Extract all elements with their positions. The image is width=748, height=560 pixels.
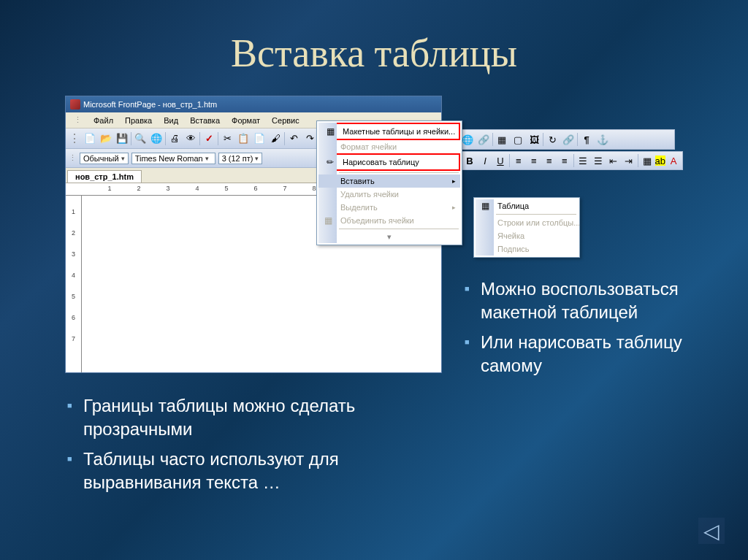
back-arrow-icon: ◁ [703,519,720,543]
outdent-icon[interactable]: ⇤ [606,153,621,169]
italic-icon[interactable]: I [478,153,492,169]
align-center-icon[interactable]: ≡ [527,153,541,169]
submenu-arrow-icon: ▸ [452,177,456,185]
submenu-arrow-icon: ▸ [452,204,456,211]
menu-tools[interactable]: Сервис [267,115,305,126]
font-color-icon[interactable]: A [666,153,681,169]
open-icon[interactable]: 📂 [98,131,114,147]
pencil-icon: ✏ [324,157,336,169]
new-icon[interactable]: 📄 [82,131,98,147]
format-toolbar-extension: B I U ≡ ≡ ≡ ≡ ☰ ☰ ⇤ ⇥ ▦ ab A [460,151,683,170]
menu-view[interactable]: Вид [159,115,183,126]
menu-insert[interactable]: Вставить ▸ [318,174,460,188]
highlight-icon[interactable]: ab [655,156,666,166]
anchor-icon[interactable]: ⚓ [595,131,611,147]
align-left-icon[interactable]: ≡ [511,153,526,169]
bullet-item: Можно воспользоваться макетной таблицей [465,277,720,325]
submenu-cell: Ячейка [476,229,578,242]
spell-icon[interactable]: ✓ [201,131,217,147]
menu-insert[interactable]: Вставка [185,115,225,126]
save-icon[interactable]: 💾 [114,131,130,147]
search-icon[interactable]: 🔍 [132,131,148,147]
toolbar-extension: 🧩 🌐 🔗 ▦ ▢ 🖼 ↻ 🔗 ¶ ⚓ [441,129,675,150]
preview-icon[interactable]: 👁 [183,131,199,147]
size-dropdown[interactable]: 3 (12 пт) [218,153,263,164]
bullet-item: Или нарисовать таблицу самому [465,331,720,378]
layer-icon[interactable]: ▢ [510,131,526,147]
copy-icon[interactable]: 📋 [235,131,251,147]
app-icon [70,99,80,110]
show-all-icon[interactable]: ¶ [579,131,595,147]
paste-icon[interactable]: 📄 [251,131,267,147]
link-icon[interactable]: 🔗 [476,131,492,147]
menu-select: Выделить ▸ [318,201,460,214]
insert-submenu: ▦ Таблица Строки или столбцы... Ячейка П… [473,197,580,258]
menu-merge-cells: ▦ Объединить ячейки [318,214,460,227]
underline-icon[interactable]: U [493,153,508,169]
undo-icon[interactable]: ↶ [286,131,302,147]
publish-icon[interactable]: 🌐 [148,131,164,147]
print-icon[interactable]: 🖨 [167,131,183,147]
font-dropdown[interactable]: Times New Roman [131,153,215,164]
align-right-icon[interactable]: ≡ [542,153,557,169]
bullet-item: Таблицы часто используют для выравнивани… [67,448,425,495]
menu-file[interactable]: Файл [88,115,118,126]
menu-edit[interactable]: Правка [120,115,157,126]
slide-title: Вставка таблицы [0,0,748,76]
submenu-table[interactable]: ▦ Таблица [476,199,578,212]
borders-icon[interactable]: ▦ [640,153,654,169]
menu-cell-format: Формат ячейки [318,140,460,153]
picture-icon[interactable]: 🖼 [526,131,542,147]
bold-icon[interactable]: B [462,153,477,169]
window-title: Microsoft FrontPage - нов_стр_1.htm [83,100,217,109]
numbering-icon[interactable]: ☰ [576,153,590,169]
bullet-item: Границы таблицы можно сделать прозрачным… [67,394,425,442]
layout-table-icon: ▦ [324,126,336,138]
active-tab[interactable]: нов_стр_1.htm [67,170,142,183]
expand-menu-icon[interactable]: ▾ [387,232,392,241]
menu-draw-table[interactable]: ✏ Нарисовать таблицу [321,156,458,169]
vertical-ruler: 1 2 3 4 5 6 7 [66,196,82,372]
cut-icon[interactable]: ✂ [219,131,235,147]
justify-icon[interactable]: ≡ [557,153,572,169]
right-bullets: Можно воспользоваться макетной таблицей … [465,277,720,384]
table-grid-icon: ▦ [479,201,491,212]
merge-icon: ▦ [322,215,334,227]
format-painter-icon[interactable]: 🖌 [267,131,283,147]
nav-back-button[interactable]: ◁ [698,518,725,544]
refresh-icon[interactable]: ↻ [544,131,560,147]
indent-icon[interactable]: ⇥ [622,153,636,169]
submenu-caption: Подпись [476,242,578,256]
table-icon[interactable]: ▦ [494,131,510,147]
menu-layout-tables[interactable]: ▦ Макетные таблицы и ячейки... [321,125,458,138]
table-menu-popup: ▦ Макетные таблицы и ячейки... Формат яч… [316,120,462,245]
hyperlink-icon[interactable]: 🔗 [560,131,576,147]
title-bar: Microsoft FrontPage - нов_стр_1.htm [66,96,441,112]
submenu-rows-cols: Строки или столбцы... [476,216,578,229]
bullets-icon[interactable]: ☰ [591,153,606,169]
left-bullets: Границы таблицы можно сделать прозрачным… [67,394,425,501]
menu-delete-cells: Удалить ячейки [318,188,460,201]
redo-icon[interactable]: ↷ [302,131,318,147]
style-dropdown[interactable]: Обычный [80,153,129,164]
menu-format[interactable]: Формат [226,115,265,126]
